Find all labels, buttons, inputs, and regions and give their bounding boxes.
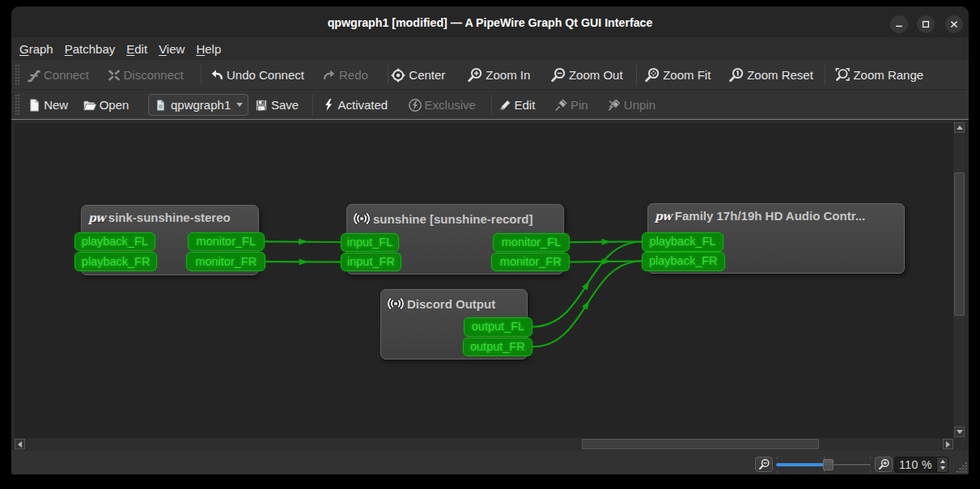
zoom-out-button[interactable] [755, 457, 773, 472]
menu-graph[interactable]: Graph [14, 41, 59, 56]
exclusive-button[interactable]: Exclusive [408, 93, 476, 117]
toolbar-button-label: Exclusive [425, 98, 476, 112]
zoom-reset-button[interactable]: Zoom Reset [728, 63, 813, 87]
toolbar-separator [636, 65, 637, 85]
horizontal-scrollbar[interactable] [15, 439, 953, 449]
pin-button[interactable]: Pin [554, 93, 588, 117]
port-playback_FR[interactable]: playback_FR [642, 252, 725, 271]
toolbar-button-label: Activated [338, 98, 388, 112]
zoom-in-button[interactable] [875, 457, 893, 472]
zoom-out-button[interactable]: Zoom Out [550, 63, 623, 87]
scroll-left-button[interactable] [15, 439, 25, 449]
spin-buttons[interactable] [936, 457, 948, 472]
menu-help[interactable]: Help [190, 41, 227, 56]
menu-patchbay[interactable]: Patchbay [59, 41, 121, 56]
zoom-in-icon [467, 66, 483, 84]
port-output_FL[interactable]: output_FL [464, 317, 533, 337]
unpin-button[interactable]: Unpin [607, 93, 655, 117]
zoom-reset-icon [728, 66, 745, 84]
wire-arrow [299, 239, 308, 245]
toolbar-button-label: Edit [515, 98, 536, 112]
minimize-button[interactable] [890, 15, 908, 33]
graph-toolbar: Connect Disconnect Undo Connect Redo Cen… [11, 59, 969, 89]
unpin-icon [607, 96, 622, 114]
graph-canvas[interactable]: pw sink-sunshine-stereo sunshine [sunshi… [15, 123, 953, 438]
scroll-down-button[interactable] [954, 427, 965, 437]
save-button[interactable]: Save [254, 93, 299, 117]
center-button[interactable]: Center [390, 63, 445, 87]
arrow-left-icon [18, 441, 22, 448]
activated-icon [321, 96, 336, 114]
port-monitor_FR[interactable]: monitor_FR [491, 253, 570, 272]
menu-item-label: raph [29, 42, 53, 56]
edit-button[interactable]: Edit [498, 93, 536, 117]
toolbar-separator [491, 95, 492, 115]
menu-edit[interactable]: Edit [121, 41, 153, 56]
toolbar-button-label: New [44, 98, 68, 112]
toolbar-drag-handle[interactable] [15, 94, 20, 116]
disconnect-button[interactable]: Disconnect [107, 63, 184, 87]
port-playback_FR[interactable]: playback_FR [74, 252, 157, 271]
zoom-spinbox[interactable]: 110 % [894, 457, 948, 473]
redo-icon [322, 66, 337, 84]
scroll-up-button[interactable] [954, 122, 965, 133]
open-button[interactable]: Open [83, 93, 129, 117]
zoom-in-button[interactable]: Zoom In [467, 63, 530, 87]
menu-accel: H [196, 42, 205, 56]
port-monitor_FL[interactable]: monitor_FL [188, 232, 265, 252]
toolbar-separator [201, 65, 202, 85]
menu-item-label: atchbay [73, 42, 116, 56]
zoom-fit-button[interactable]: Zoom Fit [644, 63, 711, 87]
patchbay-select[interactable]: qpwgraph1 [148, 94, 248, 116]
patchbay-toolbar: New Open qpwgraph1 Save Activated Exclus… [11, 89, 969, 119]
toolbar-separator [312, 95, 313, 115]
window-title: qpwgraph1 [modified] — A PipeWire Graph … [11, 16, 969, 29]
pipewire-icon: pw [88, 211, 105, 223]
pipewire-icon: pw [655, 210, 672, 222]
toolbar-button-label: Open [100, 98, 129, 112]
toolbar-button-label: Pin [571, 98, 588, 112]
statusbar: 110 % [11, 450, 969, 474]
vertical-scroll-handle[interactable] [954, 172, 965, 316]
port-input_FR[interactable]: input_FR [341, 253, 402, 272]
toolbar-button-label: Zoom Fit [663, 68, 711, 82]
activated-button[interactable]: Activated [321, 93, 388, 117]
chevron-down-icon [236, 103, 243, 107]
port-output_FR[interactable]: output_FR [463, 338, 533, 357]
audio-icon [354, 210, 370, 227]
port-monitor_FR[interactable]: monitor_FR [186, 252, 265, 271]
maximize-button[interactable] [917, 15, 935, 33]
zoom-slider-handle[interactable] [823, 459, 834, 470]
patchbay-file-icon [155, 96, 167, 114]
close-button[interactable] [945, 15, 963, 33]
zoom-range-button[interactable]: Zoom Range [834, 63, 923, 87]
zoom-slider-fill [776, 463, 828, 466]
port-input_FL[interactable]: input_FL [341, 233, 400, 253]
undo-connect-button[interactable]: Undo Connect [210, 63, 304, 87]
menu-view[interactable]: View [153, 41, 190, 56]
vertical-scrollbar[interactable] [954, 122, 965, 439]
port-monitor_FL[interactable]: monitor_FL [493, 233, 571, 253]
minimize-icon [894, 19, 904, 29]
menu-item-label: dit [134, 42, 147, 56]
wire-arrow [299, 258, 308, 265]
toolbar-button-label: Unpin [624, 98, 655, 112]
toolbar-drag-handle[interactable] [15, 64, 20, 86]
titlebar[interactable]: qpwgraph1 [modified] — A PipeWire Graph … [11, 6, 969, 37]
redo-button[interactable]: Redo [322, 63, 368, 87]
graph-canvas-area: pw sink-sunshine-stereo sunshine [sunshi… [11, 119, 969, 451]
resize-grip[interactable] [956, 461, 968, 474]
node-title: pw Family 17h/19h HD Audio Contr... [648, 204, 904, 223]
port-playback_FL[interactable]: playback_FL [74, 232, 155, 252]
undo-icon [210, 66, 224, 84]
new-button[interactable]: New [27, 93, 68, 117]
scroll-right-button[interactable] [943, 439, 953, 449]
toolbar-button-label: Zoom Reset [747, 68, 813, 82]
exclusive-icon [408, 96, 422, 114]
horizontal-scroll-handle[interactable] [582, 439, 819, 449]
port-playback_FL[interactable]: playback_FL [642, 232, 723, 252]
toolbar-button-label: Disconnect [124, 68, 184, 82]
node-title-label: sink-sunshine-stereo [108, 210, 231, 224]
zoom-out-icon [758, 458, 770, 470]
connect-button[interactable]: Connect [27, 63, 89, 87]
